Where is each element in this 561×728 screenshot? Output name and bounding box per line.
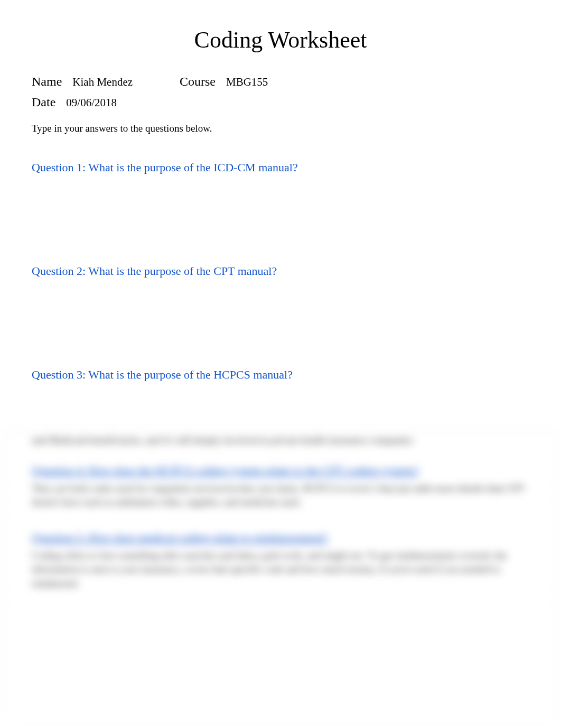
- instruction-text: Type in your answers to the questions be…: [32, 123, 529, 134]
- blurred-answer-5: Coding refers to free something after se…: [32, 549, 529, 591]
- date-label: Date: [32, 95, 55, 109]
- course-group: Course MBG155: [180, 75, 268, 89]
- date-group: Date 09/06/2018: [32, 95, 117, 109]
- date-value: 09/06/2018: [66, 96, 117, 109]
- header-row-1: Name Kiah Mendez Course MBG155: [32, 75, 529, 89]
- question-2: Question 2: What is the purpose of the C…: [32, 264, 529, 278]
- blurred-answer-4: They are both codes used for outpatient …: [32, 482, 529, 510]
- course-label: Course: [180, 75, 216, 89]
- blurred-question-5: Question 5: How does medical coding rela…: [32, 531, 529, 545]
- question-3: Question 3: What is the purpose of the H…: [32, 368, 529, 382]
- name-value: Kiah Mendez: [72, 76, 133, 89]
- worksheet-page: Coding Worksheet Name Kiah Mendez Course…: [0, 0, 561, 472]
- page-title: Coding Worksheet: [32, 26, 529, 53]
- header-row-2: Date 09/06/2018: [32, 95, 529, 109]
- course-value: MBG155: [226, 76, 268, 89]
- question-1: Question 1: What is the purpose of the I…: [32, 161, 529, 174]
- blurred-preview: and Medicaid beneficiaries, and it's sti…: [5, 434, 556, 723]
- blurred-question-4: Question 4: How does the HCPCS coding sy…: [32, 464, 529, 477]
- blurred-text-1: and Medicaid beneficiaries, and it's sti…: [32, 434, 529, 448]
- name-label: Name: [32, 75, 62, 89]
- name-group: Name Kiah Mendez: [32, 75, 180, 89]
